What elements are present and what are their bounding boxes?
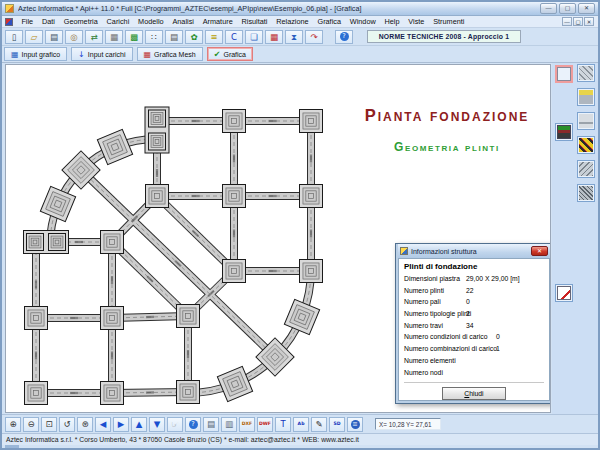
row-label: Numero tipologie plinti xyxy=(404,310,471,317)
truss-3d-button[interactable] xyxy=(577,160,595,178)
dialog-row: Numero travi34 xyxy=(404,322,544,334)
open-folder-button[interactable]: ▱ xyxy=(25,30,43,44)
row-value: 2 xyxy=(466,310,470,317)
dialog-close-icon[interactable] xyxy=(531,246,548,256)
report-list-button[interactable]: ≡ xyxy=(347,417,363,432)
new-document-button[interactable]: ▯ xyxy=(5,30,23,44)
grid-red-button[interactable]: ▦ xyxy=(265,30,283,44)
norme-tecniche-button[interactable]: NORME TECNICHE 2008 - Approccio 1 xyxy=(367,30,521,43)
mesh-flower-icon: ✿ xyxy=(190,32,197,42)
report-list-icon: ≡ xyxy=(351,420,360,429)
export-can-button[interactable]: ⇄ xyxy=(85,30,103,44)
input-carichi-button[interactable]: ↓Input carichi xyxy=(71,47,132,61)
mesh-flower-button[interactable]: ✿ xyxy=(185,30,203,44)
row-label: Numero condizioni di carico xyxy=(404,333,488,340)
feather-icon: ✔ xyxy=(214,50,221,59)
menu-strumenti[interactable]: Strumenti xyxy=(429,17,469,26)
plinto-3d-icon xyxy=(579,114,593,128)
menu-carichi[interactable]: Carichi xyxy=(102,17,134,26)
help-globe-button[interactable]: ? xyxy=(185,417,201,432)
menu-modello[interactable]: Modello xyxy=(134,17,168,26)
pan-down-button[interactable]: ▼ xyxy=(149,417,165,432)
columns-button[interactable]: ∷ xyxy=(145,30,163,44)
mdi-restore-button[interactable]: ▢ xyxy=(573,17,583,26)
screen-gray-button[interactable]: ▦ xyxy=(105,30,123,44)
window-title: Aztec Informatica * Api++ 11.0 * Full [C… xyxy=(18,4,538,13)
mesh-bricks-button[interactable]: ▤ xyxy=(165,30,183,44)
dialog-title-bar[interactable]: Informazioni struttura xyxy=(398,244,550,258)
sd-tool-button[interactable]: SD xyxy=(329,417,345,432)
save-button[interactable]: ▤ xyxy=(45,30,63,44)
menu-risultati[interactable]: Risultati xyxy=(237,17,272,26)
mesh-3d-button[interactable] xyxy=(577,64,595,82)
slab-pattern-button[interactable] xyxy=(577,136,595,154)
chiudi-button[interactable]: Chiudi xyxy=(442,387,506,400)
bottom-sliver xyxy=(2,445,598,448)
bottom-toolbar: ⊕⊖⊡↺⊛◀▶▲▼☞?▤▥DXFDWFTAb✎SD≡X= 10,28 Y= 27… xyxy=(2,414,598,433)
zoom-extents-button[interactable]: ⊛ xyxy=(77,417,93,432)
help-button[interactable]: ? xyxy=(335,30,353,44)
export-dxf-button[interactable]: DXF xyxy=(239,417,255,432)
columns-icon: ∷ xyxy=(151,32,156,42)
grafica-button[interactable]: ✔Grafica xyxy=(207,47,253,61)
plinth xyxy=(40,186,75,221)
print-book-button[interactable]: ▥ xyxy=(221,417,237,432)
menu-window[interactable]: Window xyxy=(345,17,380,26)
find-document-button[interactable]: ◎ xyxy=(65,30,83,44)
pan-right-button[interactable]: ▶ xyxy=(113,417,129,432)
menu-grafica[interactable]: Grafica xyxy=(313,17,345,26)
zoom-window-button[interactable]: ⊡ xyxy=(41,417,57,432)
menu-viste[interactable]: Viste xyxy=(404,17,429,26)
export-dwf-icon: DWF xyxy=(259,419,271,429)
export-dwf-button[interactable]: DWF xyxy=(257,417,273,432)
zoom-in-button[interactable]: ⊕ xyxy=(5,417,21,432)
pan-left-button[interactable]: ◀ xyxy=(95,417,111,432)
zoom-previous-button[interactable]: ↺ xyxy=(59,417,75,432)
input-grafico-button[interactable]: ▦Input grafico xyxy=(4,47,67,61)
menu-dati[interactable]: Dati xyxy=(38,17,60,26)
pan-up-button[interactable]: ▲ xyxy=(131,417,147,432)
redline-tool-button[interactable]: ✎ xyxy=(311,417,327,432)
plinto-3d-button[interactable] xyxy=(577,112,595,130)
mdi-close-button[interactable]: ✕ xyxy=(584,17,594,26)
text-tool-button[interactable]: T xyxy=(275,417,291,432)
label-tool-button[interactable]: Ab xyxy=(293,417,309,432)
report-red-button[interactable] xyxy=(555,284,573,302)
menu-analisi[interactable]: Analisi xyxy=(168,17,198,26)
close-button[interactable]: ✕ xyxy=(578,3,595,14)
grid-red-icon: ▦ xyxy=(144,50,152,59)
maximize-button[interactable]: ▢ xyxy=(559,3,576,14)
menu-file[interactable]: File xyxy=(17,17,38,26)
plinth xyxy=(223,260,246,283)
status-text: Aztec Informatica s.r.l. * Corso Umberto… xyxy=(6,436,359,443)
menu-geometria[interactable]: Geometria xyxy=(59,17,102,26)
title-bar[interactable]: Aztec Informatica * Api++ 11.0 * Full [C… xyxy=(2,2,598,16)
mdi-minimize-button[interactable]: — xyxy=(562,17,572,26)
dialog-title: Informazioni struttura xyxy=(411,248,531,255)
menu-armature[interactable]: Armature xyxy=(198,17,237,26)
layers-yellow-button[interactable]: ≡ xyxy=(205,30,223,44)
grafica-mesh-button[interactable]: ▦Grafica Mesh xyxy=(137,47,203,61)
zoom-out-button[interactable]: ⊖ xyxy=(23,417,39,432)
pali-3d-button[interactable] xyxy=(577,88,595,106)
drawing-canvas[interactable]: Pianta fondazione Geometria plinti Infor… xyxy=(5,64,551,413)
pan-right-icon: ▶ xyxy=(118,419,125,429)
print-preview-button[interactable]: ▤ xyxy=(203,417,219,432)
window-grid-button[interactable]: ❏ xyxy=(245,30,263,44)
screen-green-icon: ▩ xyxy=(130,32,138,42)
menu-help[interactable]: Help xyxy=(380,17,404,26)
hourglass-button[interactable]: ⧗ xyxy=(285,30,303,44)
screen-green-button[interactable]: ▩ xyxy=(125,30,143,44)
new-document-icon: ▯ xyxy=(12,32,17,42)
pan-hand-button[interactable]: ☞ xyxy=(167,417,183,432)
export-page-button[interactable]: ↷ xyxy=(305,30,323,44)
plan-view-button[interactable] xyxy=(555,65,573,83)
menu-relazione[interactable]: Relazione xyxy=(272,17,313,26)
minimize-button[interactable]: — xyxy=(540,3,557,14)
dialog-row: Dimensioni piastra29,00 X 29,00 [m] xyxy=(404,275,544,287)
soil-layers-button[interactable] xyxy=(555,123,573,141)
zoom-extents-icon: ⊛ xyxy=(81,419,88,429)
letter-c-button[interactable]: C xyxy=(225,30,243,44)
frame-3d-button[interactable] xyxy=(577,184,595,202)
row-value: 29,00 X 29,00 [m] xyxy=(466,275,520,282)
